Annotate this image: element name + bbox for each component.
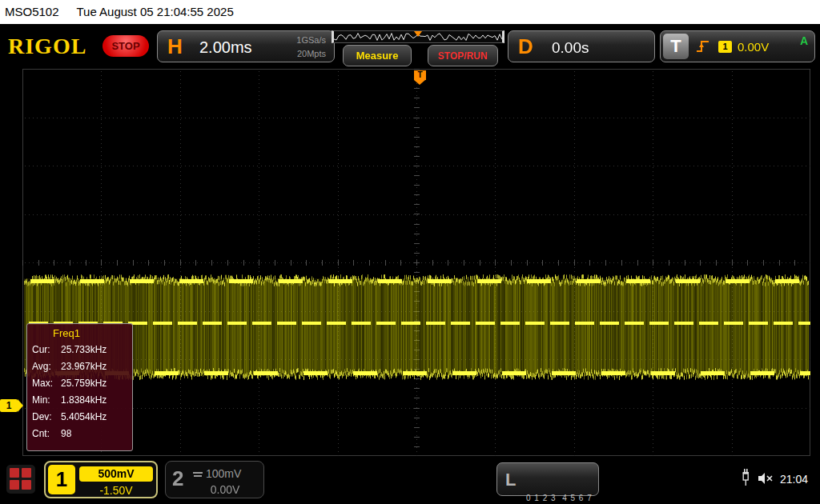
speaker-muted-icon[interactable]: [758, 472, 774, 488]
window-titlebar: MSO5102 Tue August 05 21:04:55 2025: [0, 0, 820, 24]
memory-depth: 20Mpts: [296, 47, 326, 61]
measurement-row-label: Cur:: [32, 342, 61, 358]
measure-button[interactable]: Measure: [343, 45, 412, 66]
channel1-panel[interactable]: 1 500mV -1.50V: [44, 461, 158, 498]
header-toolbar: RIGOL STOP H 2.00ms 1GSa/s 20Mpts Measur…: [0, 24, 820, 69]
channel1-scale: 500mV: [79, 466, 153, 482]
channel1-position-marker[interactable]: 1: [0, 399, 18, 412]
channel2-scale: 100mV: [206, 467, 241, 480]
coupling-icon: [193, 470, 203, 478]
datetime-text: Tue August 05 21:04:55 2025: [76, 5, 233, 18]
horizontal-label: H: [167, 34, 183, 59]
measurement-row: Dev: 5.4054kHz: [27, 409, 132, 426]
trigger-mode: A: [800, 34, 808, 47]
channel2-panel[interactable]: 2 100mV 0.00V: [165, 461, 264, 498]
measurement-row: Cur: 25.733kHz: [27, 342, 132, 358]
measurement-row: Max: 25.759kHz: [27, 375, 132, 392]
waveform-canvas: [22, 69, 810, 456]
logic-analyzer-panel[interactable]: L 0 1 2 3 4 5 6 7 8 9 10 11 12 13 14 15: [496, 462, 599, 496]
rigol-logo: RIGOL: [8, 34, 86, 59]
logic-channels-row1: 0 1 2 3 4 5 6 7: [526, 492, 621, 504]
measurement-row: Cnt: 98: [27, 426, 132, 442]
measurement-row-label: Max:: [32, 375, 61, 392]
trigger-label: T: [663, 34, 689, 59]
oscilloscope-screen: MSO5102 Tue August 05 21:04:55 2025 RIGO…: [0, 0, 820, 504]
delay-value: 0.00s: [552, 39, 589, 57]
measurement-panel[interactable]: Freq1 Cur: 25.733kHz Avg: 23.967kHz Max:…: [26, 323, 133, 451]
stop-run-button[interactable]: STOP/RUN: [428, 45, 498, 66]
usb-icon: [740, 468, 751, 490]
measurement-row-value: 23.967kHz: [61, 358, 107, 375]
measurement-row-label: Min:: [32, 392, 61, 409]
measurement-row-label: Dev:: [32, 409, 61, 426]
channel2-offset: 0.00V: [193, 483, 257, 496]
trigger-level-value: 0.00V: [738, 40, 769, 54]
trigger-slope-icon: [696, 38, 710, 58]
bottom-statusbar: 1 500mV -1.50V 2 100mV 0.00V L 0 1 2 3 4…: [0, 456, 820, 504]
sample-rate: 1GSa/s: [296, 34, 326, 47]
logic-channel-list: 0 1 2 3 4 5 6 7 8 9 10 11 12 13 14 15: [526, 468, 621, 504]
delay-panel[interactable]: D 0.00s: [508, 30, 655, 62]
channel1-number: 1: [48, 465, 75, 494]
timebase-value: 2.00ms: [199, 38, 252, 57]
measurement-title: Freq1: [27, 324, 132, 342]
acquisition-info: 1GSa/s 20Mpts: [296, 34, 326, 61]
clock: 21:04: [780, 473, 808, 486]
measurement-row-value: 25.759kHz: [61, 375, 107, 392]
measurement-row-value: 5.4054kHz: [61, 409, 107, 426]
horizontal-panel[interactable]: H 2.00ms 1GSa/s 20Mpts: [157, 30, 335, 62]
measurement-row: Min: 1.8384kHz: [27, 392, 132, 409]
measurement-row-value: 98: [61, 426, 71, 442]
waveform-display: T Freq1 Cur: 25.733kHz Avg: 23.967kHz Ma…: [22, 69, 810, 456]
trigger-position-marker[interactable]: T: [414, 70, 426, 80]
run-state-indicator[interactable]: STOP: [102, 35, 149, 57]
measurement-row-value: 1.8384kHz: [61, 392, 107, 409]
measurement-row: Avg: 23.967kHz: [27, 358, 132, 375]
channel1-offset: -1.50V: [79, 484, 153, 497]
logic-label: L: [505, 470, 516, 490]
channel2-number: 2: [172, 466, 183, 491]
measurement-row-label: Cnt:: [32, 426, 61, 442]
measurement-row-value: 25.733kHz: [61, 342, 107, 358]
trigger-source-badge: 1: [718, 41, 732, 53]
menu-grid-icon[interactable]: [6, 465, 35, 494]
overview-trigger-marker-icon: [414, 31, 422, 37]
delay-label: D: [518, 34, 533, 59]
waveform-overview-strip[interactable]: [332, 30, 504, 43]
model-name: MSO5102: [5, 5, 59, 18]
trigger-panel[interactable]: T 1 0.00V A: [660, 30, 815, 62]
measurement-row-label: Avg:: [32, 358, 61, 375]
